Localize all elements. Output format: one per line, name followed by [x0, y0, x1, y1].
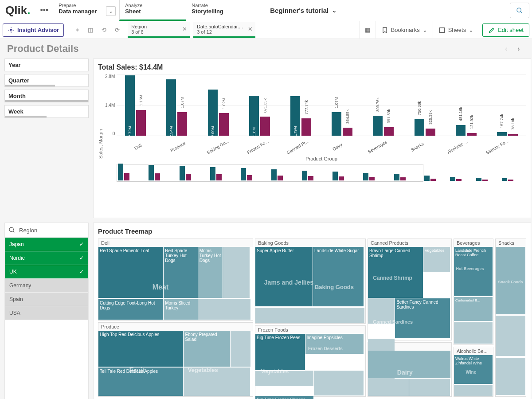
bar-sales[interactable]: 1.8M [249, 96, 259, 136]
bar-margin[interactable]: 364.85k [343, 128, 352, 136]
tm-cell[interactable]: Moms Turkey Hot Dogs [198, 247, 223, 298]
close-icon[interactable]: ✕ [182, 26, 187, 32]
tm-cell[interactable] [454, 385, 493, 396]
tm-cell[interactable]: Red Spade Turkey Hot Dogs [164, 247, 198, 298]
bar-margin[interactable]: 871.35k [260, 117, 270, 136]
tm-cell[interactable]: Red Spade Pimento Loaf [98, 247, 163, 298]
region-item[interactable]: Nordic✓ [5, 251, 88, 265]
app-title-dropdown[interactable]: Beginner's tutorial⌄ [252, 0, 507, 21]
selection-region[interactable]: Region 3 of 6 ✕ [128, 22, 190, 38]
filter-year[interactable]: Year [4, 59, 89, 71]
tm-cell[interactable]: Moms Sliced Turkey [164, 299, 198, 320]
bar-sales[interactable]: 157.74k [497, 132, 507, 136]
tm-cell[interactable] [368, 351, 450, 378]
selection-date[interactable]: Date.autoCalendar.... 3 of 12 ✕ [193, 22, 255, 38]
bar-sales[interactable]: 2.54M [166, 79, 176, 136]
bar-margin[interactable]: 777.74k [301, 118, 311, 136]
nav-narrate[interactable]: Narrate Storytelling [186, 0, 252, 21]
bar-sales[interactable]: 750.38k [415, 119, 424, 136]
tm-cell[interactable] [409, 379, 450, 396]
tm-cell[interactable] [255, 371, 313, 386]
tm-group-alcoholic[interactable]: Alcoholic Be... Walrus White Zinfandel W… [454, 347, 493, 397]
filter-quarter[interactable]: Quarter [4, 74, 89, 87]
mini-chart-scroll[interactable] [117, 164, 423, 182]
bar-group[interactable]: 2.09M1.02M [202, 90, 235, 136]
tm-cell[interactable]: Carbonated B... [454, 297, 493, 321]
bar-margin[interactable]: 1.16M [136, 110, 146, 136]
bar-sales[interactable]: 899.76k [373, 116, 383, 136]
filter-month[interactable]: Month [4, 90, 89, 102]
tm-group-dairy[interactable]: Dairy Dairy [368, 342, 452, 397]
bar-sales[interactable]: 481.16k [456, 125, 466, 136]
tm-group-deli[interactable]: Deli Red Spade Pimento Loaf Red Spade Tu… [98, 239, 253, 321]
mini-chart-overflow[interactable] [423, 164, 526, 182]
bar-sales[interactable]: 1.07M [332, 112, 341, 136]
bar-sales[interactable]: 2.09M [208, 90, 218, 136]
tm-cell[interactable]: Bravo Large Canned Shrimp [368, 247, 423, 298]
tm-cell[interactable]: Super Apple Butter [255, 247, 313, 306]
step-forward-icon[interactable]: ⟳ [113, 27, 121, 34]
bar-group[interactable]: 1.8M871.35k [243, 96, 276, 136]
tm-cell[interactable]: Big Time Frozen Cheese Pizza [255, 396, 313, 399]
tm-cell[interactable] [184, 368, 250, 396]
tm-cell[interactable]: High Top Red Delcious Apples [98, 331, 183, 367]
bar-margin[interactable]: 121.92k [467, 133, 477, 136]
tm-cell[interactable]: Big Time Frozen Peas [255, 334, 305, 370]
chevron-down-icon[interactable]: ⌄ [106, 6, 116, 16]
tm-cell[interactable] [255, 308, 364, 323]
bar-group[interactable]: 481.16k121.92k [450, 125, 482, 136]
tm-cell[interactable]: Better Fancy Canned Sardines [395, 298, 450, 338]
bar-margin[interactable]: 391.39k [384, 127, 394, 136]
tm-cell[interactable] [454, 322, 493, 344]
more-menu[interactable]: ••• [35, 0, 53, 21]
bar-margin[interactable]: 1.02M [219, 113, 229, 136]
sheets-button[interactable]: Sheets ⌄ [433, 21, 479, 39]
region-item[interactable]: Germany [5, 279, 88, 293]
bar-sales[interactable]: 2.72M [125, 75, 135, 136]
tm-group-snacks[interactable]: Snacks Snack Foods [495, 239, 526, 397]
tm-group-frozen[interactable]: Frozen Foods Big Time Frozen Peas Imagin… [255, 325, 366, 397]
tm-cell[interactable]: Landslide French Roast Coffee [454, 247, 493, 296]
region-item[interactable]: Japan✓ [5, 238, 88, 251]
nav-analyze[interactable]: Analyze Sheet [119, 0, 186, 21]
next-sheet-button[interactable]: › [512, 43, 525, 55]
smart-search-icon[interactable]: ⌖ [73, 27, 82, 34]
bar-sales[interactable]: 1.79M [290, 96, 300, 136]
region-item[interactable]: USA [5, 306, 88, 320]
bar-margin[interactable]: 325.38k [426, 129, 435, 136]
tm-group-produce[interactable]: Produce High Top Red Delcious Apples Ebo… [98, 322, 253, 397]
tm-cell[interactable]: Vegetables [423, 247, 450, 272]
edit-sheet-button[interactable]: Edit sheet [482, 23, 529, 37]
step-back-icon[interactable]: ⟲ [99, 27, 108, 34]
bar-group[interactable]: 2.54M1.07M [160, 79, 193, 136]
tm-cell[interactable]: Cutting Edge Foot-Long Hot Dogs [98, 299, 163, 320]
product-treemap[interactable]: Product Treemap Deli Red Spade Pimento L… [93, 223, 531, 399]
insight-advisor-button[interactable]: Insight Advisor [3, 23, 64, 37]
tm-cell[interactable] [314, 371, 364, 395]
tm-cell[interactable] [496, 358, 525, 395]
bookmarks-button[interactable]: Bookmarks ⌄ [376, 21, 433, 39]
tm-cell[interactable] [198, 299, 250, 320]
region-header[interactable]: Region [5, 223, 88, 238]
tm-cell[interactable]: Landslide White Sugar [313, 247, 364, 306]
search-button[interactable] [510, 3, 529, 18]
tm-group-canned[interactable]: Canned Products Bravo Large Canned Shrim… [368, 239, 452, 340]
close-icon[interactable]: ✕ [248, 26, 253, 32]
bar-group[interactable]: 157.74k78.18k [491, 132, 524, 136]
bar-margin[interactable]: 1.07M [177, 112, 187, 136]
total-sales-chart[interactable]: Total Sales: $14.4M Sales, Margin 2.8M1.… [93, 59, 531, 218]
bar-margin[interactable]: 78.18k [508, 134, 518, 136]
bar-group[interactable]: 2.72M1.16M [119, 75, 152, 136]
bar-group[interactable]: 1.07M364.85k [326, 112, 358, 136]
filter-week[interactable]: Week [4, 105, 89, 118]
tm-cell[interactable]: Tell Tale Red Delcious Apples [98, 368, 183, 396]
tm-cell[interactable] [223, 247, 249, 298]
tm-cell[interactable] [231, 331, 250, 367]
tm-group-beverages[interactable]: Beverages Landslide French Roast Coffee … [454, 239, 493, 345]
region-item[interactable]: UK✓ [5, 265, 88, 279]
tm-cell[interactable] [496, 247, 525, 314]
tm-cell[interactable]: Imagine Popsicles [305, 334, 364, 354]
tm-cell[interactable] [496, 316, 525, 356]
region-item[interactable]: Spain [5, 293, 88, 306]
prev-sheet-button[interactable]: ‹ [500, 43, 512, 55]
